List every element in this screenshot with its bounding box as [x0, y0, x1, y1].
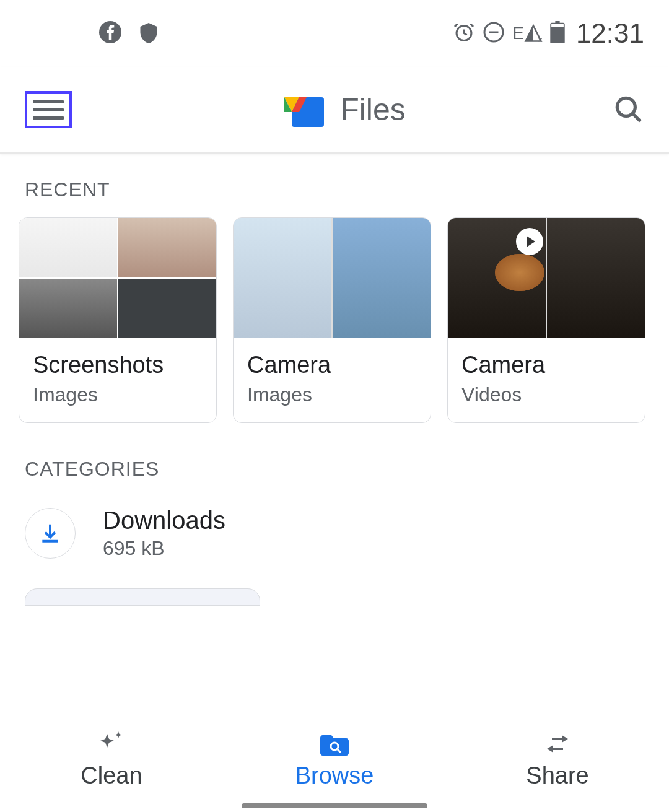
categories-header: CATEGORIES: [0, 423, 669, 497]
category-downloads[interactable]: Downloads 695 kB: [0, 497, 669, 570]
category-size: 695 kB: [103, 537, 225, 560]
facebook-icon: [99, 21, 121, 46]
recent-card-camera-images[interactable]: Camera Images: [233, 217, 431, 423]
status-left: [99, 21, 160, 46]
share-arrows-icon: [541, 730, 574, 757]
recent-card-camera-videos[interactable]: Camera Videos: [447, 217, 645, 423]
svg-rect-5: [551, 27, 564, 43]
search-button[interactable]: [613, 94, 644, 125]
hamburger-menu-button[interactable]: [25, 91, 72, 128]
status-right: E × 12:31: [453, 18, 644, 49]
card-title: Screenshots: [33, 352, 203, 378]
play-icon: [516, 228, 543, 255]
app-bar: Files: [0, 67, 669, 154]
battery-icon: [550, 21, 565, 46]
card-thumbnail: [448, 218, 645, 338]
bottom-nav: Clean Browse Share: [0, 707, 669, 812]
shield-icon: [138, 21, 160, 46]
recent-card-screenshots[interactable]: Screenshots Images: [19, 217, 217, 423]
category-title: Downloads: [103, 507, 225, 535]
files-logo-icon: [284, 92, 324, 127]
status-time: 12:31: [576, 18, 644, 49]
nav-label: Browse: [295, 762, 374, 789]
sparkle-icon: [95, 730, 128, 757]
app-title: Files: [340, 92, 406, 128]
nav-label: Share: [526, 762, 588, 789]
download-icon: [25, 508, 76, 559]
partial-category-item[interactable]: [25, 588, 260, 606]
nav-share[interactable]: Share: [446, 707, 669, 812]
card-thumbnail: [234, 218, 431, 338]
svg-text:×: ×: [538, 36, 542, 43]
card-title: Camera: [247, 352, 417, 378]
card-subtitle: Videos: [461, 383, 631, 406]
svg-point-8: [617, 98, 635, 116]
recent-cards-row[interactable]: Screenshots Images Camera Images Camera …: [0, 217, 669, 423]
status-bar: E × 12:31: [0, 0, 669, 67]
svg-rect-6: [555, 21, 559, 24]
home-indicator[interactable]: [242, 803, 427, 808]
recent-header: RECENT: [0, 154, 669, 217]
card-subtitle: Images: [33, 383, 203, 406]
network-edge-icon: E ×: [512, 24, 543, 43]
folder-search-icon: [318, 730, 351, 757]
card-subtitle: Images: [247, 383, 417, 406]
card-thumbnail: [19, 218, 216, 338]
alarm-icon: [453, 21, 475, 46]
content: RECENT Screenshots Images Camera Images: [0, 154, 669, 707]
nav-browse[interactable]: Browse: [223, 707, 446, 812]
card-title: Camera: [461, 352, 631, 378]
nav-clean[interactable]: Clean: [0, 707, 223, 812]
dnd-icon: [483, 21, 505, 46]
nav-label: Clean: [81, 762, 142, 789]
